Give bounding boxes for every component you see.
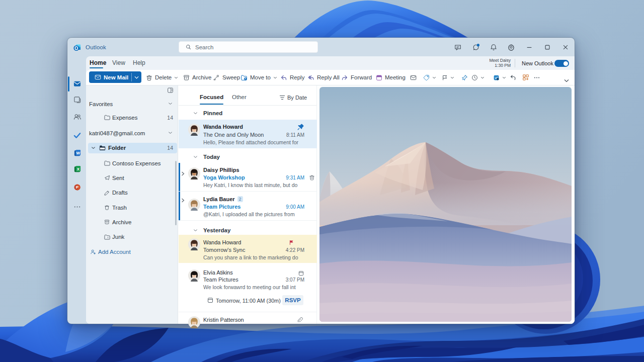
svg-text:X: X	[77, 167, 80, 171]
svg-text:P: P	[76, 185, 79, 190]
svg-text:W: W	[76, 151, 80, 155]
